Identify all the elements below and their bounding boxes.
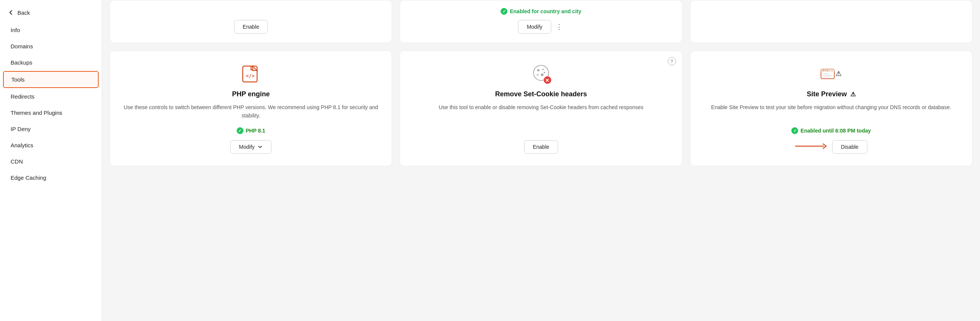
enable-button[interactable]: Enable bbox=[234, 20, 268, 33]
sidebar-item-redirects[interactable]: Redirects bbox=[3, 89, 99, 104]
site-preview-title: Site Preview ⚠ bbox=[807, 90, 856, 98]
remove-cookie-title: Remove Set-Cookie headers bbox=[495, 90, 587, 98]
svg-rect-17 bbox=[823, 77, 830, 77]
sidebar-item-info[interactable]: Info bbox=[3, 22, 99, 38]
php-engine-title: PHP engine bbox=[232, 90, 270, 98]
modify-button[interactable]: Modify bbox=[518, 20, 551, 33]
php-engine-status: PHP 8.1 bbox=[237, 127, 266, 134]
site-preview-icon: ⚠ bbox=[821, 63, 842, 84]
svg-rect-16 bbox=[823, 75, 832, 76]
site-preview-status-dot-icon bbox=[791, 127, 798, 134]
sidebar-item-label: CDN bbox=[11, 158, 23, 164]
more-options-icon[interactable]: ⋮ bbox=[554, 21, 564, 32]
sidebar-item-label: Domains bbox=[11, 43, 33, 49]
svg-text:</>: </> bbox=[246, 73, 255, 79]
top-card-2: Enabled for country and city Modify ⋮ bbox=[399, 0, 682, 43]
remove-cookie-card: ? bbox=[399, 51, 682, 166]
svg-point-8 bbox=[544, 72, 545, 73]
php-engine-desc: Use these controls to switch between dif… bbox=[121, 103, 381, 120]
top-card-3 bbox=[690, 0, 972, 43]
svg-point-6 bbox=[537, 74, 538, 76]
remove-cookie-icon bbox=[530, 63, 552, 84]
back-button[interactable]: Back bbox=[0, 6, 102, 22]
arrow-right-icon bbox=[795, 143, 829, 151]
modify-row: Modify ⋮ bbox=[518, 20, 564, 33]
php-engine-card: </> PHP engine Use these controls to swi… bbox=[110, 51, 392, 166]
sidebar-item-edge-caching[interactable]: Edge Caching bbox=[3, 170, 99, 185]
sidebar: Back Info Domains Backups Tools Redirect… bbox=[0, 0, 102, 321]
sidebar-item-tools[interactable]: Tools bbox=[3, 71, 99, 88]
site-preview-desc: Enable Site Preview to test your site be… bbox=[711, 103, 951, 120]
sidebar-item-label: Backups bbox=[11, 59, 32, 66]
disable-button[interactable]: Disable bbox=[832, 140, 867, 154]
status-dot-icon bbox=[501, 8, 508, 15]
site-preview-warning-icon: ⚠ bbox=[850, 91, 856, 97]
sidebar-item-label: Themes and Plugins bbox=[11, 109, 62, 116]
site-preview-status: Enabled until 6:08 PM today bbox=[791, 127, 871, 134]
back-arrow-icon bbox=[8, 9, 14, 16]
php-modify-button[interactable]: Modify bbox=[230, 140, 272, 154]
sidebar-item-cdn[interactable]: CDN bbox=[3, 154, 99, 169]
sidebar-item-label: Tools bbox=[11, 76, 25, 83]
php-status-dot-icon bbox=[237, 127, 243, 134]
sidebar-item-label: Redirects bbox=[11, 93, 34, 100]
sidebar-item-backups[interactable]: Backups bbox=[3, 55, 99, 70]
php-engine-icon: </> bbox=[240, 63, 262, 84]
sidebar-item-ip-deny[interactable]: IP Deny bbox=[3, 121, 99, 137]
svg-rect-15 bbox=[823, 73, 828, 74]
top-card-1: Enable bbox=[110, 0, 392, 43]
disable-row: Disable bbox=[701, 140, 961, 154]
svg-point-14 bbox=[827, 70, 828, 71]
svg-point-4 bbox=[537, 69, 539, 71]
warning-triangle-icon: ⚠ bbox=[835, 70, 842, 78]
svg-point-5 bbox=[542, 69, 544, 70]
sidebar-item-analytics[interactable]: Analytics bbox=[3, 138, 99, 153]
remove-cookie-desc: Use this tool to enable or disable remov… bbox=[439, 103, 643, 133]
sidebar-item-themes-plugins[interactable]: Themes and Plugins bbox=[3, 105, 99, 120]
svg-point-7 bbox=[541, 74, 543, 76]
sidebar-item-label: IP Deny bbox=[11, 126, 30, 132]
back-label: Back bbox=[18, 9, 30, 16]
help-icon[interactable]: ? bbox=[668, 57, 676, 65]
sidebar-item-label: Info bbox=[11, 27, 20, 33]
svg-point-12 bbox=[823, 70, 824, 71]
enable-cookie-button[interactable]: Enable bbox=[524, 140, 558, 154]
site-preview-card: ⚠ Site Preview ⚠ Enable Site Preview to … bbox=[690, 51, 972, 166]
chevron-down-icon bbox=[258, 144, 263, 150]
x-badge-icon bbox=[544, 76, 551, 84]
sidebar-item-label: Analytics bbox=[11, 142, 33, 149]
sidebar-item-label: Edge Caching bbox=[11, 174, 46, 181]
main-content: Enable Enabled for country and city Modi… bbox=[102, 0, 980, 321]
sidebar-item-domains[interactable]: Domains bbox=[3, 38, 99, 54]
enabled-status: Enabled for country and city bbox=[501, 8, 581, 15]
svg-point-13 bbox=[825, 70, 826, 71]
